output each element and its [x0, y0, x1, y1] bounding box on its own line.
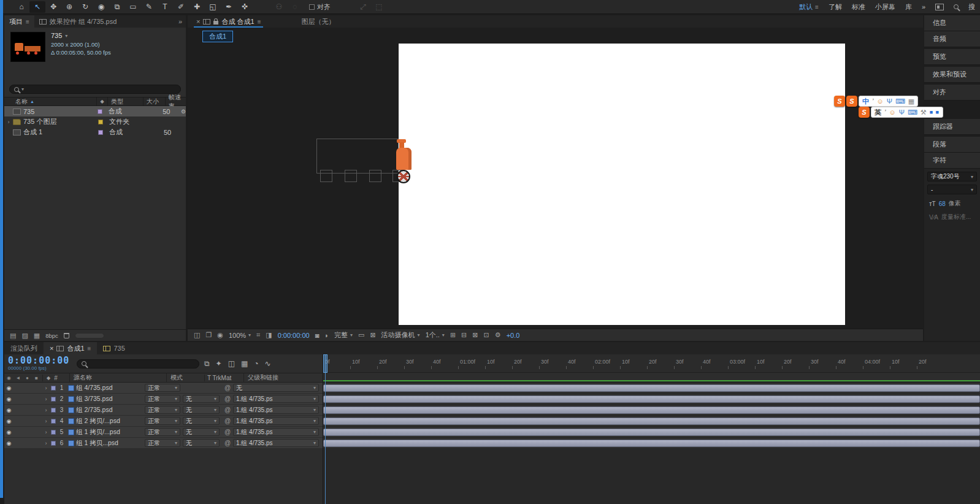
pixel-aspect-icon[interactable]: ⊞ [450, 331, 456, 339]
view-layout-select[interactable]: 1个..▾ [426, 330, 445, 340]
composition-canvas[interactable] [399, 44, 845, 325]
puppet-pin-tool-icon[interactable]: ✜ [237, 1, 253, 13]
ime-skin-squares-icon[interactable]: ■ ■ [930, 109, 940, 115]
layer-duration-bar[interactable] [323, 407, 980, 414]
audio-column-icon[interactable]: ◄ [13, 375, 23, 381]
rotate-tool-icon[interactable]: ↻ [77, 1, 93, 13]
kerning-control[interactable]: V∕A 度量标准... [924, 208, 980, 221]
emoji-icon[interactable]: ☺ [889, 109, 895, 116]
clone-stamp-tool-icon[interactable]: ✚ [189, 1, 205, 13]
mode-select[interactable]: 正常▾ [145, 417, 180, 425]
show-channels-icon[interactable]: ◗ [324, 332, 329, 339]
roto-brush-tool-icon[interactable]: ✒ [221, 1, 237, 13]
close-icon[interactable]: × [50, 345, 53, 352]
timeline-search-input[interactable] [77, 359, 199, 368]
label-column-icon[interactable]: ◆ [47, 375, 50, 381]
column-framerate[interactable]: 帧速率 [165, 97, 186, 105]
eraser-tool-icon[interactable]: ◱ [205, 1, 221, 13]
track-row-3[interactable] [323, 405, 980, 416]
trash-icon[interactable] [64, 333, 69, 338]
project-item-735-layers[interactable]: › 735 个图层 文件夹 [4, 116, 186, 127]
font-size-control[interactable]: ᴛT 68 像素 [924, 194, 980, 208]
parent-select[interactable]: 1.组 4/735.ps▾ [233, 406, 319, 414]
parent-pickwhip-icon[interactable]: @ [222, 418, 233, 424]
layer-row-5[interactable]: ◉ › 5 组 1 拷贝/...psd 正常▾ 无▾ @ 1.组 4/735.p… [4, 427, 323, 438]
column-parent-link[interactable]: 父级和链接 [243, 373, 323, 382]
project-item-735[interactable]: 735 合成 50 ⚙ [4, 106, 186, 116]
grid-guides-icon[interactable]: ⌗ [256, 331, 260, 339]
current-time-display[interactable]: 0:00:00:00 [8, 356, 72, 365]
always-preview-icon[interactable]: ◫ [194, 331, 200, 339]
eye-icon[interactable]: ◉ [4, 429, 13, 435]
ime-punct-toggle[interactable]: ’ [872, 97, 873, 105]
toolbox-icon[interactable]: ▦ [908, 97, 914, 105]
workspace-menu-icon[interactable]: ≡ [815, 4, 819, 10]
selection-tool-icon[interactable]: ↖ [29, 1, 45, 13]
mode-select[interactable]: 正常▾ [145, 384, 180, 392]
wrench-icon[interactable]: ⚒ [921, 109, 927, 116]
draft-3d-icon[interactable]: ✦ [216, 359, 222, 368]
label-color-chip[interactable] [51, 419, 56, 424]
expand-icon[interactable]: › [42, 440, 50, 446]
parent-pickwhip-icon[interactable]: @ [222, 440, 233, 446]
solo-column-icon[interactable]: ● [23, 375, 32, 381]
panel-layout-icon[interactable] [935, 4, 944, 10]
parent-select[interactable]: 无▾ [233, 384, 319, 392]
parent-pickwhip-icon[interactable]: @ [222, 407, 233, 413]
panel-paragraph[interactable]: 段落 [924, 137, 980, 153]
track-row-1[interactable] [323, 383, 980, 394]
track-row-6[interactable] [323, 438, 980, 449]
train-wireframe-wheelbox[interactable] [320, 170, 332, 182]
panel-character[interactable]: 字符 [924, 153, 980, 169]
train-wireframe-box[interactable] [316, 139, 399, 174]
column-name[interactable]: 名称▲ [4, 97, 96, 105]
shy-layers-icon[interactable]: ◫ [228, 359, 235, 368]
expand-icon[interactable]: › [42, 396, 50, 402]
parent-pickwhip-icon[interactable]: @ [222, 429, 233, 435]
hand-tool-icon[interactable]: ✥ [45, 1, 61, 13]
parent-select[interactable]: 1.组 4/735.ps▾ [233, 428, 319, 436]
mode-select[interactable]: 正常▾ [145, 395, 180, 403]
lock-column-icon[interactable]: ■ [32, 375, 41, 381]
workspace-libraries[interactable]: 库 [905, 2, 912, 12]
mode-select[interactable]: 正常▾ [145, 406, 180, 414]
chevron-down-icon[interactable]: ▾ [21, 86, 24, 92]
layer-duration-bar[interactable] [323, 440, 980, 447]
train-wireframe-wheelbox[interactable] [369, 170, 381, 182]
font-family-select[interactable]: 字魂230号 ▾ [927, 172, 977, 181]
column-size[interactable]: 大小 [143, 97, 165, 105]
composition-viewport[interactable]: 合成1 [188, 28, 923, 329]
mic-icon[interactable]: Ψ [887, 97, 892, 105]
parent-select[interactable]: 1.组 4/735.ps▾ [233, 417, 319, 425]
camera-tool-icon[interactable]: ◉ [93, 1, 109, 13]
expand-icon[interactable]: › [42, 407, 50, 413]
workspace-small-screen[interactable]: 小屏幕 [875, 2, 895, 12]
label-color-chip[interactable] [98, 130, 103, 135]
search-workspace-label[interactable]: 搜 [968, 2, 975, 12]
zoom-select[interactable]: 100%▾ [229, 332, 251, 339]
sogou-logo-icon[interactable]: S [846, 96, 857, 107]
more-workspaces-icon[interactable]: » [922, 3, 925, 10]
layer-duration-bar[interactable] [323, 418, 980, 425]
expand-icon[interactable]: › [42, 429, 50, 435]
parent-pickwhip-icon[interactable]: @ [222, 395, 233, 402]
workspace-default[interactable]: 默认≡ [799, 2, 819, 12]
parent-select[interactable]: 1.组 4/735.ps▾ [233, 439, 319, 447]
comp-name-chip[interactable]: 合成1 [202, 31, 233, 42]
label-color-chip[interactable] [51, 386, 56, 391]
parent-pickwhip-icon[interactable]: @ [222, 384, 233, 391]
panel-menu-icon[interactable]: ≡ [88, 345, 91, 352]
label-color-chip[interactable] [98, 109, 102, 114]
brush-tool-icon[interactable]: ✐ [173, 1, 189, 13]
lock-icon[interactable] [213, 21, 218, 25]
comp-time-display[interactable]: 0:00:00:00 [278, 332, 310, 339]
time-ruler[interactable]: 0f10f20f30f40f01:00f10f20f30f40f02:00f10… [323, 354, 980, 373]
layer-duration-bar[interactable] [323, 395, 980, 403]
pen-tool-icon[interactable]: ✎ [141, 1, 157, 13]
ime-lang-toggle[interactable]: 中 [862, 97, 869, 106]
mic-icon[interactable]: Ψ [899, 109, 905, 116]
safe-margins-icon[interactable]: ◨ [266, 331, 272, 339]
label-color-chip[interactable] [51, 408, 56, 413]
ime-lang-toggle[interactable]: 英 [875, 108, 881, 117]
parent-select[interactable]: 1.组 4/735.ps▾ [233, 395, 319, 403]
